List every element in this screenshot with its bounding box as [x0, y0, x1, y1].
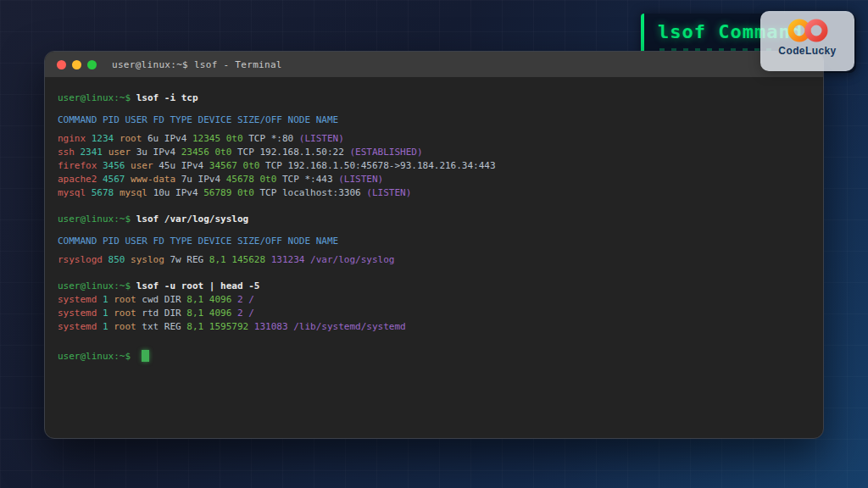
terminal-prompt-line: user@linux:~$ lsof -i tcp — [58, 92, 810, 105]
lsof-output-row: ssh 2341 user 3u IPv4 23456 0t0 TCP 192.… — [58, 146, 810, 159]
window-title: user@linux:~$ lsof - Terminal — [112, 59, 282, 70]
shell-prompt: user@linux:~$ — [58, 351, 131, 362]
lsof-output-row: nginx 1234 root 6u IPv4 12345 0t0 TCP *:… — [58, 132, 810, 146]
lsof-output-row: apache2 4567 www-data 7u IPv4 45678 0t0 … — [58, 173, 810, 186]
terminal-cursor — [142, 350, 149, 362]
lsof-output-row: systemd 1 root rtd DIR 8,1 4096 2 / — [58, 307, 810, 320]
shell-prompt: user@linux:~$ — [58, 214, 131, 225]
brand-name: CodeLucky — [778, 45, 836, 57]
lsof-output-row: firefox 3456 user 45u IPv4 34567 0t0 TCP… — [58, 159, 810, 173]
lsof-output-row: mysql 5678 mysql 10u IPv4 56789 0t0 TCP … — [58, 186, 810, 200]
terminal-prompt-line: user@linux:~$ lsof -u root | head -5 — [58, 280, 810, 293]
lsof-column-header: COMMAND PID USER FD TYPE DEVICE SIZE/OFF… — [58, 235, 810, 248]
minimize-button[interactable] — [72, 60, 81, 69]
infinity-logo-icon — [783, 18, 832, 43]
terminal-window: user@linux:~$ lsof - Terminal user@linux… — [44, 51, 824, 439]
shell-prompt: user@linux:~$ — [58, 92, 131, 103]
lsof-output-row: systemd 1 root cwd DIR 8,1 4096 2 / — [58, 293, 810, 307]
lsof-output-row: systemd 1 root txt REG 8,1 1595792 13108… — [58, 320, 810, 334]
lsof-output-row: rsyslogd 850 syslog 7w REG 8,1 145628 13… — [58, 253, 810, 267]
close-button[interactable] — [57, 60, 66, 69]
terminal-output[interactable]: user@linux:~$ lsof -i tcpCOMMAND PID USE… — [45, 77, 823, 378]
shell-prompt: user@linux:~$ — [58, 280, 131, 291]
maximize-button[interactable] — [87, 60, 97, 69]
terminal-prompt-line: user@linux:~$ lsof /var/log/syslog — [58, 213, 810, 226]
lsof-column-header: COMMAND PID USER FD TYPE DEVICE SIZE/OFF… — [58, 114, 810, 127]
typed-command: lsof /var/log/syslog — [136, 214, 248, 225]
typed-command: lsof -i tcp — [136, 92, 198, 103]
codelucky-badge: CodeLucky — [760, 11, 854, 71]
terminal-prompt-line: user@linux:~$ — [58, 350, 810, 363]
window-controls — [57, 60, 97, 69]
window-titlebar[interactable]: user@linux:~$ lsof - Terminal — [45, 52, 823, 77]
typed-command: lsof -u root | head -5 — [136, 280, 260, 291]
